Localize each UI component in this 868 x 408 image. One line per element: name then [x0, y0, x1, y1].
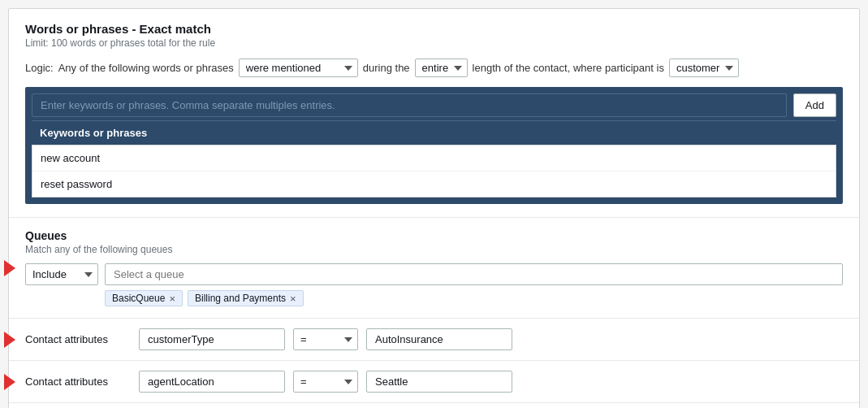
queues-arrow-indicator — [4, 260, 15, 276]
contact-attr-2-value-input[interactable] — [366, 371, 512, 393]
queues-section-desc: Match any of the following queues — [25, 244, 843, 255]
keyword-input-row: Add — [32, 93, 836, 117]
queue-tag-basicqueue-label: BasicQueue — [112, 293, 165, 304]
logic-any-label: Any of the following words or phrases — [58, 62, 234, 74]
logic-row: Logic: Any of the following words or phr… — [25, 59, 843, 77]
contact-attr-1-value-input[interactable] — [366, 328, 512, 350]
contact-attr-1-section: Contact attributes = != > < — [9, 319, 859, 361]
select-queue-input[interactable] — [105, 263, 843, 285]
queue-tag-basicqueue: BasicQueue × — [105, 290, 183, 306]
queues-section: Queues Match any of the following queues… — [9, 218, 859, 319]
queue-tag-basicqueue-close[interactable]: × — [169, 293, 175, 304]
contact-attr-2-row: Contact attributes = != > < — [25, 371, 843, 393]
keyword-row-2: reset password — [32, 171, 836, 197]
keyword-input[interactable] — [32, 93, 787, 117]
words-section: Words or phrases - Exact match Limit: 10… — [9, 9, 859, 218]
logic-during-label: during the — [363, 62, 410, 74]
keyword-row-1: new account — [32, 145, 836, 171]
queue-tag-billing-label: Billing and Payments — [195, 293, 286, 304]
queue-input-area: BasicQueue × Billing and Payments × — [105, 263, 843, 306]
words-section-title: Words or phrases - Exact match — [25, 22, 843, 36]
keyword-table-header: Keywords or phrases — [32, 120, 836, 145]
logic-length-label: length of the contact, where participant… — [473, 62, 664, 74]
contact-attr-2-arrow — [4, 374, 15, 390]
logic-dropdown-mentioned[interactable]: were mentioned were not mentioned — [239, 59, 358, 77]
queue-tag-billing: Billing and Payments × — [188, 290, 304, 306]
queue-tags: BasicQueue × Billing and Payments × — [105, 290, 843, 306]
footer-row: + Add condition + Add group — [9, 403, 859, 408]
main-container: Words or phrases - Exact match Limit: 10… — [8, 8, 860, 408]
logic-dropdown-participant[interactable]: customer agent both — [669, 59, 739, 77]
contact-attr-1-arrow — [4, 332, 15, 348]
contact-attr-1-row: Contact attributes = != > < — [25, 328, 843, 350]
contact-attr-1-eq-select[interactable]: = != > < — [293, 328, 358, 350]
logic-dropdown-entire[interactable]: entire first last — [415, 59, 468, 77]
keyword-rows: new account reset password — [32, 145, 836, 197]
contact-attr-2-section: Contact attributes = != > < — [9, 361, 859, 403]
keyword-input-area: Add Keywords or phrases new account rese… — [25, 87, 843, 204]
contact-attr-2-label: Contact attributes — [25, 375, 131, 388]
contact-attr-2-key-input[interactable] — [139, 371, 285, 393]
logic-prefix: Logic: — [25, 62, 54, 74]
contact-attr-2-eq-select[interactable]: = != > < — [293, 371, 358, 393]
keyword-add-button[interactable]: Add — [793, 93, 836, 117]
contact-attr-1-key-input[interactable] — [139, 328, 285, 350]
queue-tag-billing-close[interactable]: × — [290, 293, 296, 304]
queue-row: Include Exclude BasicQueue × Billing and… — [25, 263, 843, 306]
queues-section-title: Queues — [25, 229, 843, 242]
words-section-subtitle: Limit: 100 words or phrases total for th… — [25, 37, 843, 49]
contact-attr-1-label: Contact attributes — [25, 333, 131, 345]
include-select[interactable]: Include Exclude — [25, 263, 98, 285]
